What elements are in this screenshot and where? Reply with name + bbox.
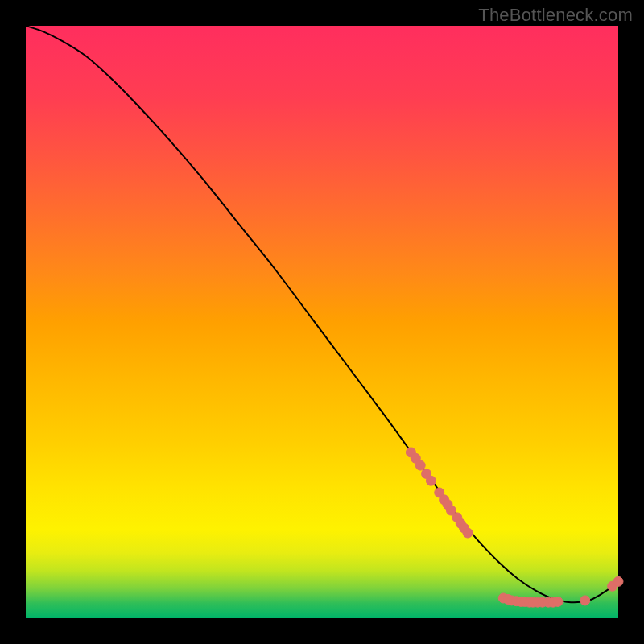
plot-area <box>26 26 618 618</box>
chart-svg <box>26 26 618 618</box>
marker-layer <box>406 448 623 607</box>
data-point <box>463 528 473 538</box>
data-point <box>415 460 425 470</box>
bottleneck-curve <box>26 26 618 602</box>
data-point <box>613 576 623 586</box>
data-point <box>553 597 563 606</box>
data-point <box>426 476 436 485</box>
data-point <box>580 596 590 605</box>
chart-stage: TheBottleneck.com <box>0 0 644 644</box>
watermark-text: TheBottleneck.com <box>478 5 633 26</box>
